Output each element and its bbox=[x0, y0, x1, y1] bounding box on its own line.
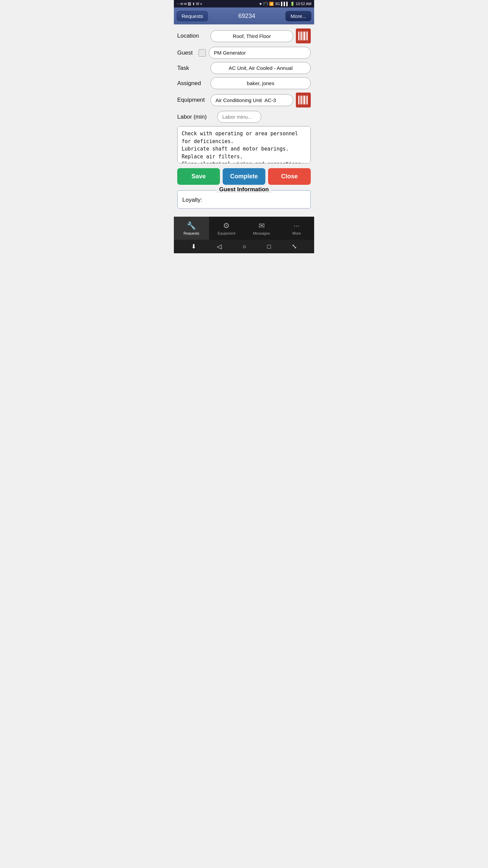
status-bar: ··· ✉ ✉ 🖼 ⬆ W ≡ ★ 📳 📶 3G ▌▌▌ 🔋 10:52 AM bbox=[174, 0, 314, 7]
svg-rect-6 bbox=[307, 32, 308, 40]
labor-row: Labor (min) bbox=[177, 111, 311, 123]
home-nav-icon[interactable]: ○ bbox=[243, 243, 246, 250]
svg-rect-9 bbox=[301, 96, 302, 104]
task-input[interactable] bbox=[210, 62, 311, 74]
main-content: Location Guest Task Assigned Equ bbox=[174, 24, 314, 217]
network-label: 3G bbox=[275, 2, 280, 6]
svg-rect-10 bbox=[303, 96, 303, 104]
action-buttons: Save Complete Close bbox=[177, 168, 311, 185]
status-bar-right: ★ 📳 📶 3G ▌▌▌ 🔋 10:52 AM bbox=[259, 2, 311, 6]
complete-button[interactable]: Complete bbox=[223, 168, 265, 185]
svg-rect-1 bbox=[300, 32, 301, 40]
signal-icon: ▌▌▌ bbox=[281, 2, 289, 6]
equipment-barcode-icon[interactable] bbox=[296, 93, 311, 107]
header: Requests 69234 More... bbox=[174, 7, 314, 24]
status-bar-left: ··· ✉ ✉ 🖼 ⬆ W ≡ bbox=[177, 2, 202, 6]
battery-icon: 🔋 bbox=[290, 2, 295, 6]
guest-row: Guest bbox=[177, 47, 311, 59]
nav-requests[interactable]: 🔧 Requests bbox=[174, 217, 209, 240]
mail-icon: ✉ bbox=[180, 2, 183, 6]
task-label: Task bbox=[177, 65, 208, 72]
recent-nav-icon[interactable]: □ bbox=[267, 243, 271, 250]
equipment-row: Equipment bbox=[177, 93, 311, 107]
download-nav-icon[interactable]: ⬇ bbox=[191, 243, 196, 250]
bottom-nav: 🔧 Requests ⚙ Equipment ✉ Messages ··· Mo… bbox=[174, 217, 314, 240]
equipment-input[interactable] bbox=[210, 94, 293, 106]
svg-rect-5 bbox=[306, 32, 306, 40]
wrench-icon: 🔧 bbox=[187, 221, 196, 230]
assigned-input[interactable] bbox=[210, 77, 311, 89]
word-icon: W bbox=[196, 2, 199, 6]
star-icon: ★ bbox=[259, 2, 262, 6]
svg-rect-13 bbox=[307, 96, 308, 104]
labor-label: Labor (min) bbox=[177, 114, 215, 120]
nav-equipment-label: Equipment bbox=[218, 231, 236, 235]
svg-rect-7 bbox=[298, 96, 299, 104]
labor-input[interactable] bbox=[217, 111, 261, 123]
guest-info-content: Loyalty: bbox=[182, 195, 306, 203]
back-nav-icon[interactable]: ◁ bbox=[217, 243, 222, 250]
nav-messages[interactable]: ✉ Messages bbox=[244, 217, 279, 240]
guest-checkbox[interactable] bbox=[199, 49, 206, 57]
location-row: Location bbox=[177, 28, 311, 43]
svg-rect-12 bbox=[306, 96, 306, 104]
shrink-nav-icon[interactable]: ⤡ bbox=[292, 243, 297, 250]
notes-textarea[interactable] bbox=[177, 126, 311, 163]
task-row: Task bbox=[177, 62, 311, 74]
upload-icon: ⬆ bbox=[192, 2, 195, 6]
location-label: Location bbox=[177, 33, 208, 39]
svg-rect-3 bbox=[303, 32, 303, 40]
location-barcode-icon[interactable] bbox=[296, 28, 311, 43]
close-button[interactable]: Close bbox=[268, 168, 311, 185]
image-icon: 🖼 bbox=[188, 2, 191, 6]
svg-rect-0 bbox=[298, 32, 299, 40]
mail2-icon: ✉ bbox=[184, 2, 187, 6]
dots-icon: ··· bbox=[177, 2, 179, 6]
save-button[interactable]: Save bbox=[177, 168, 220, 185]
nav-equipment[interactable]: ⚙ Equipment bbox=[209, 217, 244, 240]
nav-requests-label: Requests bbox=[184, 231, 199, 235]
guest-input[interactable] bbox=[209, 47, 311, 59]
assigned-label: Assigned bbox=[177, 80, 208, 87]
more-button[interactable]: More... bbox=[285, 11, 311, 21]
assigned-row: Assigned bbox=[177, 77, 311, 89]
nav-more[interactable]: ··· More bbox=[279, 217, 314, 240]
vibrate-icon: 📳 bbox=[263, 2, 268, 6]
equipment-label: Equipment bbox=[177, 97, 208, 103]
requests-button[interactable]: Requests bbox=[177, 11, 208, 21]
guest-info-title: Guest Information bbox=[217, 186, 271, 193]
doc-icon: ≡ bbox=[200, 2, 202, 6]
svg-rect-2 bbox=[301, 32, 302, 40]
header-title: 69234 bbox=[238, 13, 255, 20]
guest-info-section: Guest Information Loyalty: bbox=[177, 190, 311, 209]
svg-rect-4 bbox=[304, 32, 305, 40]
location-input[interactable] bbox=[210, 30, 293, 42]
time-label: 10:52 AM bbox=[296, 2, 311, 6]
guest-label: Guest bbox=[177, 50, 196, 56]
system-nav: ⬇ ◁ ○ □ ⤡ bbox=[174, 240, 314, 253]
svg-rect-11 bbox=[304, 96, 305, 104]
gear-icon: ⚙ bbox=[223, 221, 230, 230]
more-dots-icon: ··· bbox=[293, 221, 300, 230]
svg-rect-8 bbox=[300, 96, 301, 104]
nav-more-label: More bbox=[292, 231, 301, 235]
nav-messages-label: Messages bbox=[253, 231, 270, 235]
message-icon: ✉ bbox=[259, 221, 265, 230]
wifi-icon: 📶 bbox=[269, 2, 274, 6]
